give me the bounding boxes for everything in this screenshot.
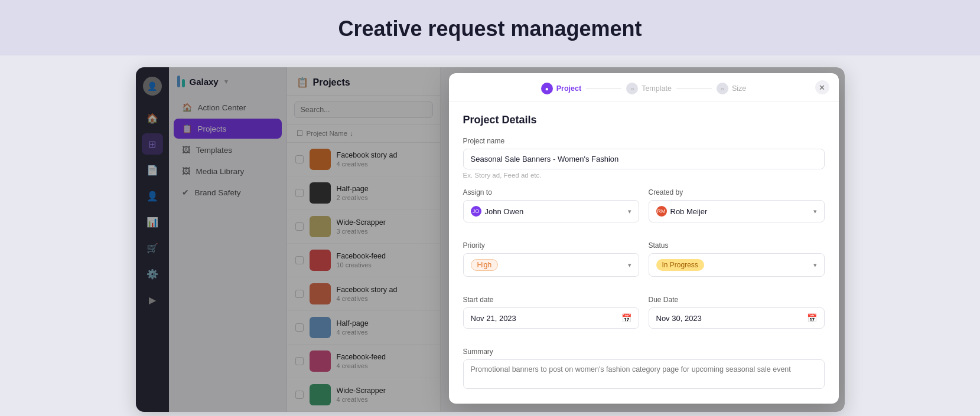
start-date-label: Start date: [463, 296, 639, 304]
project-name-label: Project name: [463, 137, 825, 145]
step-template-label: Template: [642, 84, 672, 93]
assign-to-group: Assign to JO John Owen ▾: [463, 188, 639, 222]
project-details-modal: ● Project ○ Template ○ Size: [449, 73, 839, 404]
main-area: 👤 🏠 ⊞ 📄 👤 📊 🛒 ⚙️ ▶ Galaxy ▾ 🏠 Actio: [0, 55, 980, 416]
step-project-label: Project: [556, 84, 581, 93]
priority-select[interactable]: High ▾: [463, 253, 639, 277]
assign-to-chevron: ▾: [628, 208, 631, 215]
attachment-header: Attachment +: [463, 401, 825, 404]
modal-title: Project Details: [463, 114, 825, 126]
priority-group: Priority High ▾: [463, 241, 639, 277]
project-name-input[interactable]: [463, 149, 825, 169]
step-template-circle: ○: [626, 83, 638, 94]
due-date-calendar-icon: 📅: [807, 313, 817, 323]
step-connector-1: [586, 89, 621, 89]
priority-badge: High: [471, 259, 499, 271]
assign-to-value-display: JO John Owen: [471, 206, 524, 217]
start-date-value: Nov 21, 2023: [471, 314, 516, 323]
priority-chevron: ▾: [628, 261, 631, 269]
summary-label: Summary: [463, 348, 825, 356]
status-chevron: ▾: [813, 261, 817, 269]
step-size-label: Size: [732, 84, 746, 93]
assign-to-label: Assign to: [463, 188, 639, 196]
status-group: Status In Progress ▾: [649, 241, 825, 277]
created-by-value-display: RM Rob Meijer: [656, 206, 708, 217]
assign-to-select[interactable]: JO John Owen ▾: [463, 200, 639, 222]
page-title: Creative request management: [0, 17, 980, 41]
start-date-calendar-icon: 📅: [621, 313, 631, 323]
step-size[interactable]: ○ Size: [717, 83, 746, 94]
created-by-chevron: ▾: [813, 208, 817, 215]
modal-overlay: ● Project ○ Template ○ Size: [136, 67, 845, 412]
created-by-label: Created by: [649, 188, 825, 196]
step-project-circle: ●: [541, 83, 553, 94]
modal-steps: ● Project ○ Template ○ Size: [541, 83, 746, 94]
priority-label: Priority: [463, 241, 639, 250]
app-window: 👤 🏠 ⊞ 📄 👤 📊 🛒 ⚙️ ▶ Galaxy ▾ 🏠 Actio: [136, 67, 845, 412]
due-date-group: Due Date Nov 30, 2023 📅: [649, 296, 825, 329]
created-by-value: Rob Meijer: [670, 207, 708, 216]
project-name-hint: Ex. Story ad, Feed ad etc.: [463, 172, 825, 179]
due-date-input[interactable]: Nov 30, 2023 📅: [649, 307, 825, 329]
created-by-select[interactable]: RM Rob Meijer ▾: [649, 200, 825, 222]
start-date-group: Start date Nov 21, 2023 📅: [463, 296, 639, 329]
created-by-dot: RM: [656, 206, 667, 217]
attachment-add-button[interactable]: +: [818, 401, 825, 404]
page-header: Creative request management: [0, 0, 980, 55]
attachment-section: Attachment + 👗 😎 👯: [463, 401, 825, 404]
step-template[interactable]: ○ Template: [626, 83, 672, 94]
dates-row: Start date Nov 21, 2023 📅 Due Date Nov 3…: [463, 296, 825, 338]
project-name-group: Project name Ex. Story ad, Feed ad etc.: [463, 137, 825, 179]
step-project[interactable]: ● Project: [541, 83, 581, 94]
assign-created-row: Assign to JO John Owen ▾ Created by: [463, 188, 825, 232]
status-label: Status: [649, 241, 825, 250]
priority-status-row: Priority High ▾ Status In Progress ▾: [463, 241, 825, 286]
created-by-group: Created by RM Rob Meijer ▾: [649, 188, 825, 222]
summary-group: Summary: [463, 348, 825, 391]
summary-textarea[interactable]: [463, 359, 825, 389]
status-badge: In Progress: [656, 259, 704, 271]
status-select[interactable]: In Progress ▾: [649, 253, 825, 277]
assign-to-value: John Owen: [485, 207, 524, 216]
step-size-circle: ○: [717, 83, 728, 94]
attachment-label: Attachment: [463, 403, 499, 404]
due-date-label: Due Date: [649, 296, 825, 304]
start-date-input[interactable]: Nov 21, 2023 📅: [463, 307, 639, 329]
modal-header: ● Project ○ Template ○ Size: [449, 73, 839, 102]
assign-to-dot: JO: [471, 206, 481, 217]
due-date-value: Nov 30, 2023: [656, 314, 702, 323]
modal-close-button[interactable]: ✕: [815, 80, 829, 94]
step-connector-2: [676, 89, 712, 89]
modal-body: Project Details Project name Ex. Story a…: [449, 102, 839, 404]
